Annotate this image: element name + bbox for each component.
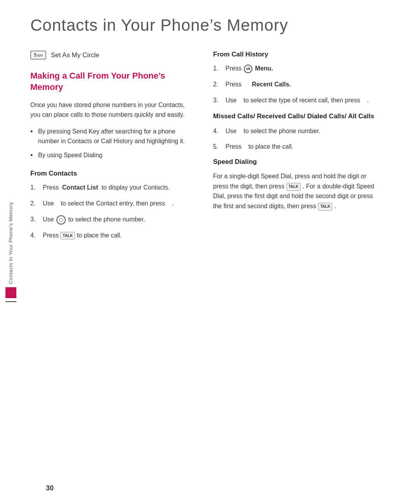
page-container: Contacts in Your Phone’s Memory Contacts… (0, 0, 420, 504)
intro-paragraph: Once you have stored phone numbers in yo… (30, 100, 194, 120)
right-step-3: 3. Use to select the type of recent call… (213, 96, 376, 105)
right-column: From Call History 1. Press ok Menu. 2. P… (213, 51, 376, 246)
sidebar-text-container: Contacts in Your Phone’s Memory (5, 202, 16, 302)
step-num-1: 1. (30, 183, 40, 193)
from-contacts-heading: From Contacts (30, 170, 194, 177)
bullet-item-2: By using Speed Dialing (30, 151, 194, 160)
sidebar-vertical-text: Contacts in Your Phone’s Memory (7, 202, 14, 284)
right-step-num-3: 3. (213, 96, 222, 105)
step-3: 3. Use to select the phone number. (30, 215, 194, 225)
step-1: 1. Press Contact List to display your Co… (30, 183, 194, 193)
missed-calls-notice: Missed Calls/ Received Calls/ Dialed Cal… (213, 112, 376, 121)
right-step-1: 1. Press ok Menu. (213, 64, 376, 74)
right-step-content-5: Press to place the call. (226, 142, 376, 152)
right-step-num-2: 2. (213, 80, 222, 90)
right-step-num-4: 4. (213, 126, 222, 136)
right-step-content-1: Press ok Menu. (226, 64, 376, 74)
step-content-4: Press TALK to place the call. (43, 231, 194, 241)
set-circle-row: 7pqrs Set As My Circle (30, 51, 194, 60)
right-step-content-3: Use to select the type of recent call, t… (226, 96, 376, 105)
badge-number: 7 (33, 52, 36, 58)
step-content-1: Press Contact List to display your Conta… (43, 183, 194, 193)
step-content-3: Use to select the phone number. (43, 215, 194, 225)
bullet-item-1: By pressing Send Key after searching for… (30, 127, 194, 146)
main-content: Contacts in Your Phone’s Memory 7pqrs Se… (19, 0, 420, 504)
bullet-text-2: By using Speed Dialing (38, 152, 102, 158)
page-title: Contacts in Your Phone’s Memory (30, 16, 397, 35)
left-column: 7pqrs Set As My Circle Making a Call Fro… (30, 51, 194, 246)
right-step-content-4: Use to select the phone number. (226, 126, 376, 136)
right-step-content-2: Press Recent Calls. (226, 80, 376, 90)
step-num-2: 2. (30, 199, 40, 209)
right-step-2: 2. Press Recent Calls. (213, 80, 376, 90)
nav-icon (56, 215, 66, 225)
menu-label: Menu. (255, 65, 273, 72)
bullet-text-1: By pressing Send Key after searching for… (38, 128, 185, 144)
speed-dialing-heading: Speed Dialing (213, 158, 376, 166)
contact-list-label: Contact List (62, 184, 98, 191)
right-step-num-1: 1. (213, 64, 222, 74)
badge-sub: pqrs (36, 53, 43, 57)
right-step-4: 4. Use to select the phone number. (213, 126, 376, 136)
step-4: 4. Press TALK to place the call. (30, 231, 194, 241)
sidebar: Contacts in Your Phone’s Memory (0, 0, 19, 504)
step-num-3: 3. (30, 215, 40, 225)
sidebar-accent-bar (5, 287, 16, 298)
recent-calls-label: Recent Calls. (252, 81, 291, 88)
from-call-history-heading: From Call History (213, 51, 376, 58)
two-column-layout: 7pqrs Set As My Circle Making a Call Fro… (30, 51, 397, 246)
sidebar-line (5, 301, 16, 302)
talk-inline-key-1: TALK (287, 183, 301, 191)
making-call-heading: Making a Call From Your Phone’s Memory (30, 70, 194, 93)
talk-key-icon: TALK (60, 232, 75, 240)
set-circle-text: Set As My Circle (51, 51, 100, 59)
right-step-5: 5. Press to place the call. (213, 142, 376, 152)
step-num-4: 4. (30, 231, 40, 241)
speed-dialing-text: For a single-digit Speed Dial, press and… (213, 171, 376, 211)
talk-inline-key-2: TALK (318, 203, 332, 211)
ok-key-icon: ok (244, 65, 252, 73)
key-badge-7: 7pqrs (30, 51, 46, 60)
step-content-2: Use to select the Contact entry, then pr… (43, 199, 194, 209)
step-2: 2. Use to select the Contact entry, then… (30, 199, 194, 209)
page-number: 30 (46, 484, 54, 492)
bullet-list: By pressing Send Key after searching for… (30, 127, 194, 160)
right-step-num-5: 5. (213, 142, 222, 152)
